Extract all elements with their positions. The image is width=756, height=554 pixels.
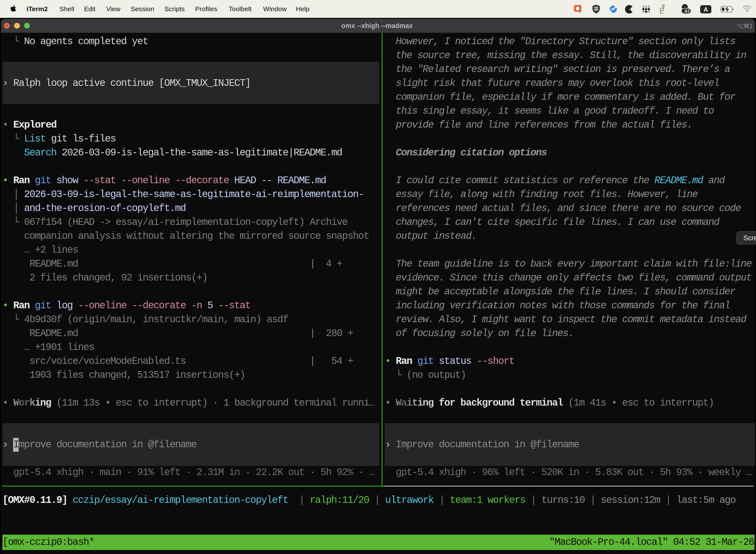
svg-text:A: A [703, 6, 708, 13]
svg-text:..61: ..61 [682, 9, 690, 14]
